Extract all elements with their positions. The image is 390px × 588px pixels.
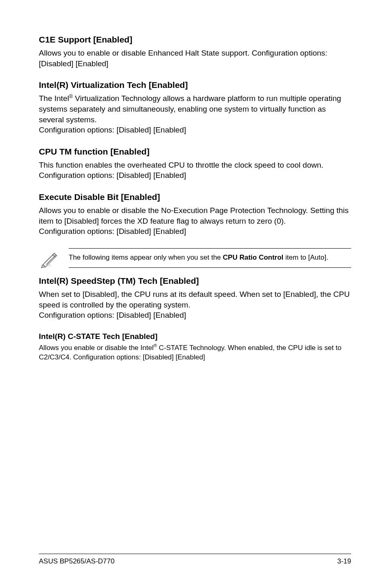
footer-left: ASUS BP5265/AS-D770 <box>39 557 114 566</box>
body-virt-post: Virtualization Technology allows a hardw… <box>39 94 341 123</box>
body-tm: This function enables the overheated CPU… <box>39 160 351 181</box>
note-pre: The following items appear only when you… <box>69 254 223 261</box>
body-virt-sup: ® <box>69 94 73 99</box>
page-footer: ASUS BP5265/AS-D770 3-19 <box>39 554 351 566</box>
note-post: item to [Auto]. <box>283 254 328 261</box>
body-speedstep-cfg: Configuration options: [Disabled] [Enabl… <box>39 311 186 319</box>
note-box: The following items appear only when you… <box>69 248 351 268</box>
note-bold: CPU Ratio Control <box>223 254 283 261</box>
heading-xd: Execute Disable Bit [Enabled] <box>39 192 351 202</box>
body-c1e: Allows you to enable or disable Enhanced… <box>39 48 351 69</box>
body-cstate: Allows you enable or disable the Intel® … <box>39 343 351 362</box>
heading-tm: CPU TM function [Enabled] <box>39 147 351 157</box>
body-speedstep: When set to [Disabled], the CPU runs at … <box>39 289 351 321</box>
body-cstate-pre: Allows you enable or disable the Intel <box>39 344 154 352</box>
body-xd-main: Allows you to enable or disable the No-E… <box>39 206 349 225</box>
heading-cstate: Intel(R) C-STATE Tech [Enabled] <box>39 332 351 341</box>
body-virt: The Intel® Virtualization Technology all… <box>39 93 351 135</box>
heading-c1e: C1E Support [Enabled] <box>39 35 351 45</box>
body-xd-cfg: Configuration options: [Disabled] [Enabl… <box>39 227 186 236</box>
body-virt-cfg: Configuration options: [Disabled] [Enabl… <box>39 126 186 134</box>
footer-right: 3-19 <box>337 557 351 566</box>
body-virt-pre: The Intel <box>39 94 69 103</box>
heading-speedstep: Intel(R) SpeedStep (TM) Tech [Enabled] <box>39 276 351 286</box>
pencil-note-icon <box>39 249 58 269</box>
body-xd: Allows you to enable or disable the No-E… <box>39 205 351 237</box>
body-speedstep-main: When set to [Disabled], the CPU runs at … <box>39 290 350 309</box>
body-cstate-sup: ® <box>154 343 157 348</box>
heading-virt: Intel(R) Virtualization Tech [Enabled] <box>39 80 351 90</box>
